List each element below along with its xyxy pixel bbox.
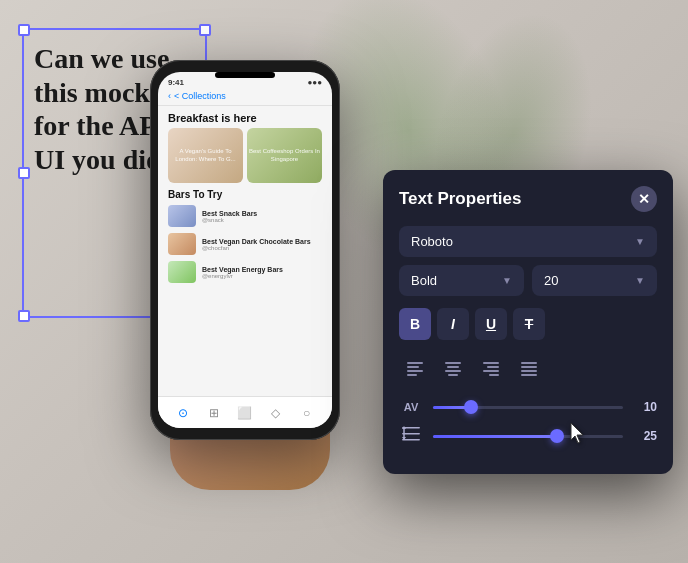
underline-icon: U [486,316,496,332]
align-left-icon [407,362,423,379]
line-height-value: 25 [633,429,657,443]
phone-nav-home-icon: ⊙ [175,405,191,421]
align-left-button[interactable] [399,354,431,386]
phone-item-3-thumb [168,261,196,283]
phone-card-2: Best Coffeeshop Orders In Singapore [247,128,322,183]
panel-header: Text Properties ✕ [399,186,657,212]
align-buttons-row [399,354,657,386]
svg-rect-8 [483,362,499,364]
svg-rect-4 [445,362,461,364]
handle-top-right[interactable] [199,24,211,36]
phone-nav-search-icon: ⬜ [237,405,253,421]
handle-middle-left[interactable] [18,167,30,179]
kerning-value: 10 [633,400,657,414]
phone-nav-bell-icon: ◇ [268,405,284,421]
kerning-track[interactable] [433,406,623,409]
line-height-fill [433,435,557,438]
font-size-arrow-icon: ▼ [635,275,645,286]
phone-notch [215,72,275,78]
phone-nav-profile-icon: ○ [299,405,315,421]
line-height-thumb[interactable] [550,429,564,443]
font-family-arrow-icon: ▼ [635,236,645,247]
kerning-slider-row: AV 10 [399,400,657,414]
format-buttons-row: B I U T [399,304,657,344]
phone-item-2-thumb [168,233,196,255]
phone-nav-explore-icon: ⊞ [206,405,222,421]
font-weight-arrow-icon: ▼ [502,275,512,286]
font-size-dropdown[interactable]: 20 ▼ [532,265,657,296]
phone-card-1-image: A Vegan's Guide To London: Where To G... [168,128,243,183]
phone-nav-chevron: ‹ [168,91,171,101]
font-size-value: 20 [544,273,558,288]
phone-status-icons: ●●● [308,78,323,87]
handle-bottom-left[interactable] [18,310,30,322]
phone-list-item-3: Best Vegan Energy Bars @energylvr [158,258,332,286]
text-properties-panel: Text Properties ✕ Roboto ▼ Bold ▼ 20 ▼ B… [383,170,673,474]
font-style-row: Bold ▼ 20 ▼ [399,265,657,296]
phone-list-item-2: Best Vegan Dark Chocolate Bars @chocfan [158,230,332,258]
svg-rect-1 [407,366,419,368]
phone-item-1-sub: @snack [202,217,322,223]
phone-card-2-label: Best Coffeeshop Orders In Singapore [249,148,320,162]
align-justify-icon [521,362,537,379]
phone-section-title: Bars To Try [158,185,332,202]
svg-rect-7 [448,374,458,376]
phone-content-area: Breakfast is here A Vegan's Guide To Lon… [158,106,332,412]
svg-rect-0 [407,362,423,364]
phone-item-2-name: Best Vegan Dark Chocolate Bars [202,238,322,245]
svg-rect-6 [445,370,461,372]
svg-rect-14 [521,370,537,372]
underline-button[interactable]: U [475,308,507,340]
svg-rect-13 [521,366,537,368]
phone-item-1-name: Best Snack Bars [202,210,322,217]
line-height-slider-row: 25 [399,426,657,446]
align-right-button[interactable] [475,354,507,386]
font-family-dropdown[interactable]: Roboto ▼ [399,226,657,257]
mouse-cursor [568,422,588,446]
phone-image-row: A Vegan's Guide To London: Where To G...… [158,126,332,185]
svg-rect-3 [407,374,417,376]
svg-rect-18 [402,439,420,441]
phone-card-1-label: A Vegan's Guide To London: Where To G... [170,148,241,162]
kerning-label: AV [399,401,423,413]
kerning-thumb[interactable] [464,400,478,414]
phone-frame: 9:41 ●●● ‹ < Collections Breakfast is he… [150,60,340,440]
phone-item-3-sub: @energylvr [202,273,322,279]
phone-card-1: A Vegan's Guide To London: Where To G... [168,128,243,183]
svg-rect-12 [521,362,537,364]
font-family-value: Roboto [411,234,453,249]
svg-rect-10 [483,370,499,372]
phone-item-3-text: Best Vegan Energy Bars @energylvr [202,266,322,279]
align-center-button[interactable] [437,354,469,386]
phone-item-1-text: Best Snack Bars @snack [202,210,322,223]
phone-item-2-sub: @chocfan [202,245,322,251]
phone-nav-back: < Collections [174,91,226,101]
phone-list-item-1: Best Snack Bars @snack [158,202,332,230]
close-icon: ✕ [638,191,650,207]
line-height-track[interactable] [433,435,623,438]
phone-nav-bar: ‹ < Collections [158,89,332,106]
svg-rect-9 [487,366,499,368]
phone-bottom-nav: ⊙ ⊞ ⬜ ◇ ○ [158,396,332,428]
panel-close-button[interactable]: ✕ [631,186,657,212]
strikethrough-icon: T [525,316,534,332]
svg-rect-15 [521,374,537,376]
font-weight-dropdown[interactable]: Bold ▼ [399,265,524,296]
phone-card-2-image: Best Coffeeshop Orders In Singapore [247,128,322,183]
italic-icon: I [451,316,455,332]
phone-mockup: 9:41 ●●● ‹ < Collections Breakfast is he… [150,60,350,460]
align-justify-button[interactable] [513,354,545,386]
phone-item-1-thumb [168,205,196,227]
svg-rect-11 [489,374,499,376]
phone-item-2-text: Best Vegan Dark Chocolate Bars @chocfan [202,238,322,251]
align-right-icon [483,362,499,379]
bold-button[interactable]: B [399,308,431,340]
strikethrough-button[interactable]: T [513,308,545,340]
align-center-icon [445,362,461,379]
phone-item-3-name: Best Vegan Energy Bars [202,266,322,273]
svg-rect-5 [447,366,459,368]
handle-top-left[interactable] [18,24,30,36]
italic-button[interactable]: I [437,308,469,340]
phone-time: 9:41 [168,78,184,87]
phone-screen: 9:41 ●●● ‹ < Collections Breakfast is he… [158,72,332,428]
